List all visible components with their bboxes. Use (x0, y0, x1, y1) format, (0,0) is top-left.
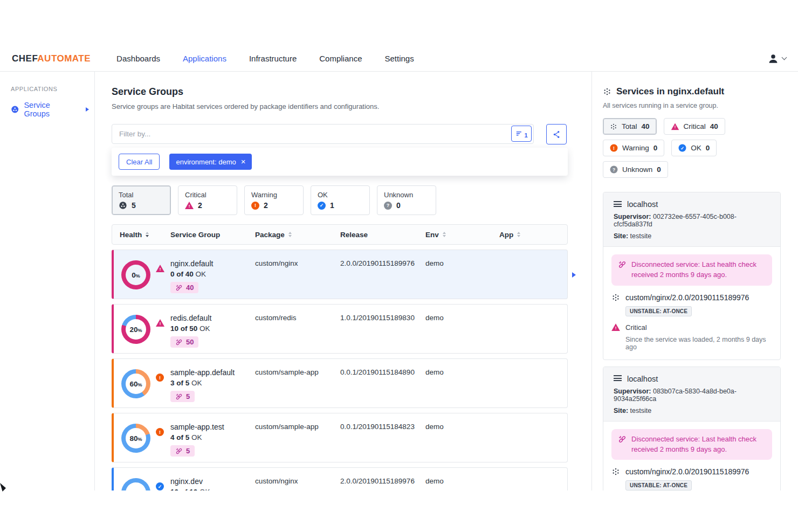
service-group-name: sample-app.default (170, 368, 255, 377)
chef-automate-logo[interactable]: CHEFAUTOMATE (12, 53, 91, 64)
nav-settings[interactable]: Settings (384, 54, 414, 63)
tab-count: 2 (264, 201, 268, 210)
critical-icon (611, 323, 620, 331)
service-group-row[interactable]: 60% sample-app.default 3 of 5 OK 5 custo… (112, 358, 568, 408)
tab-critical[interactable]: Critical 2 (178, 185, 237, 215)
column-header-env[interactable]: Env (425, 231, 499, 239)
tab-ok[interactable]: OK 1 (311, 185, 370, 215)
health-donut: 80% (121, 424, 150, 453)
env-cell: demo (425, 250, 499, 299)
habitat-icon (610, 123, 617, 130)
filter-input[interactable] (112, 124, 534, 144)
host-name: localhost (614, 200, 770, 209)
list-icon (614, 375, 622, 382)
tab-label: Warning (251, 191, 297, 199)
warning-icon (610, 144, 618, 152)
critical-icon (156, 265, 164, 272)
ok-count: 4 of 5 OK (170, 433, 255, 441)
service-health-status: Critical (611, 323, 772, 331)
service-groups-table-header: Health Service Group Package Release Env… (112, 224, 568, 245)
health-donut: 60% (121, 369, 150, 398)
supervisor-id: Supervisor: 002732ee-6557-405c-b008-cfcf… (614, 213, 770, 228)
unknown-icon (384, 202, 392, 210)
package-cell: custom/sample-app (255, 359, 340, 407)
update-strategy-badge: UNSTABLE: AT-ONCE (625, 306, 692, 316)
service-card: localhost Supervisor: 083b07ca-5830-4a8d… (603, 367, 781, 490)
disconnected-services-chip: 40 (170, 282, 198, 293)
sidebar-item-label: Service Groups (24, 101, 76, 118)
filter-chip-environment-demo[interactable]: environment: demo (169, 154, 252, 170)
badge-total[interactable]: Total40 (603, 118, 657, 135)
row-expander-arrow-icon[interactable] (572, 272, 576, 278)
nav-infrastructure[interactable]: Infrastructure (249, 54, 297, 63)
applied-filters-button[interactable]: 1 (511, 126, 532, 142)
health-donut: 100% (121, 478, 150, 490)
site: Site: testsite (614, 232, 770, 240)
broken-link-icon (175, 393, 183, 400)
main-nav: Dashboards Applications Infrastructure C… (116, 54, 414, 63)
column-header-app[interactable]: App (499, 231, 567, 239)
sort-icon[interactable] (443, 232, 446, 238)
critical-icon (671, 123, 679, 130)
badge-unknown[interactable]: Unknown0 (603, 161, 668, 178)
service-groups-icon (11, 105, 19, 114)
broken-link-icon (175, 284, 183, 292)
share-icon (552, 130, 561, 139)
sort-icon[interactable] (517, 232, 520, 238)
ok-icon (318, 202, 326, 210)
disconnected-service-alert: Disconnected service: Last health check … (611, 254, 772, 286)
service-group-row[interactable]: 100% nginx.dev 10 of 10 OK 10 custom/ngi… (112, 467, 568, 490)
badge-ok[interactable]: OK0 (671, 140, 717, 156)
tab-label: OK (318, 191, 363, 199)
tab-total[interactable]: Total 5 (112, 185, 171, 215)
warning-icon (156, 374, 164, 382)
service-cards-list: localhost Supervisor: 002732ee-6557-405c… (603, 192, 781, 490)
health-status-tabs: Total 5 Critical 2 Warning (112, 185, 568, 215)
host-name: localhost (614, 375, 770, 383)
sidebar-item-service-groups[interactable]: Service Groups (11, 101, 89, 118)
health-donut: 0% (121, 260, 150, 289)
tab-warning[interactable]: Warning 2 (244, 185, 304, 215)
column-header-health[interactable]: Health (112, 231, 170, 239)
critical-icon (156, 319, 164, 327)
release-cell: 1.0.1/20190115189830 (340, 305, 425, 353)
user-avatar-icon (767, 53, 779, 65)
share-button[interactable] (546, 124, 567, 144)
page-subtitle: Service groups are Habitat services orde… (112, 102, 568, 110)
tab-label: Unknown (384, 191, 429, 199)
total-icon (119, 201, 127, 210)
user-profile-menu[interactable] (767, 53, 786, 65)
top-navigation-bar: CHEFAUTOMATE Dashboards Applications Inf… (0, 46, 798, 72)
health-donut: 20% (121, 315, 150, 344)
ok-icon (679, 144, 686, 152)
clear-all-button[interactable]: Clear All (119, 154, 160, 170)
badge-critical[interactable]: Critical40 (664, 118, 725, 135)
tab-unknown[interactable]: Unknown 0 (377, 185, 436, 215)
filter-lines-icon (515, 129, 524, 138)
remove-filter-icon[interactable] (241, 157, 246, 166)
filter-chip-label: environment: demo (176, 158, 236, 166)
env-cell: demo (425, 413, 499, 462)
service-group-name: sample-app.test (170, 423, 255, 431)
badge-warning[interactable]: Warning0 (603, 140, 664, 156)
nav-applications[interactable]: Applications (183, 54, 226, 63)
sort-icon[interactable] (146, 232, 149, 238)
column-header-package[interactable]: Package (255, 231, 340, 239)
tab-label: Total (119, 191, 164, 199)
warning-icon (251, 202, 259, 210)
release-cell: 2.0.0/20190115189976 (340, 250, 425, 299)
service-group-row[interactable]: 0% nginx.default 0 of 40 OK 40 custom/ng… (112, 250, 568, 299)
service-group-row[interactable]: 20% redis.default 10 of 50 OK 50 custom/… (112, 304, 568, 354)
habitat-icon (603, 87, 611, 96)
service-groups-main: Service Groups Service groups are Habita… (95, 72, 591, 490)
nav-compliance[interactable]: Compliance (319, 54, 362, 63)
ok-icon (156, 482, 164, 490)
sort-icon[interactable] (288, 232, 292, 238)
env-cell: demo (425, 305, 499, 353)
applied-filters-panel: Clear All environment: demo (112, 148, 568, 176)
service-group-row[interactable]: 80% sample-app.test 4 of 5 OK 5 custom/s… (112, 413, 568, 462)
site: Site: testsite (614, 407, 770, 414)
package-cell: custom/redis (255, 305, 340, 353)
tab-count: 0 (396, 201, 401, 210)
nav-dashboards[interactable]: Dashboards (116, 54, 160, 63)
